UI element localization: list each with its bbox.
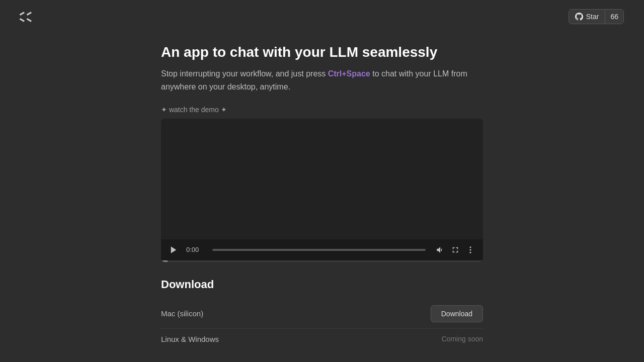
star-label-part: Star: [569, 10, 606, 24]
logo-chevron-left: [20, 11, 25, 23]
fullscreen-icon: [451, 245, 460, 254]
github-star-button[interactable]: Star 66: [569, 9, 624, 24]
video-player: 0:00: [161, 119, 483, 262]
star-text: Star: [586, 13, 599, 21]
star-count: 66: [605, 10, 623, 24]
logo: [20, 11, 36, 23]
download-title: Download: [161, 278, 483, 291]
platform-mac: Mac (silicon): [161, 309, 203, 318]
logo-chevron-right: [27, 11, 32, 23]
video-area: [161, 119, 483, 239]
svg-point-3: [470, 251, 471, 253]
github-icon: [575, 13, 583, 21]
fullscreen-button[interactable]: [449, 243, 462, 256]
svg-marker-0: [171, 246, 177, 253]
logo-icon: [20, 11, 36, 23]
controls-right: [434, 243, 477, 256]
coming-soon-label: Coming soon: [442, 335, 484, 343]
svg-point-1: [470, 246, 471, 248]
svg-point-2: [470, 249, 471, 250]
mute-icon: [436, 245, 445, 254]
demo-label: ✦ watch the demo ✦: [161, 106, 483, 114]
download-row-linux: Linux & Windows Coming soon: [161, 329, 483, 349]
navbar: Star 66: [0, 0, 644, 33]
download-mac-button[interactable]: Download: [431, 305, 483, 322]
download-row-mac: Mac (silicon) Download: [161, 299, 483, 329]
video-controls: 0:00: [161, 239, 483, 260]
time-display: 0:00: [186, 246, 204, 253]
description-before: Stop interrupting your workflow, and jus…: [161, 69, 328, 78]
mute-button[interactable]: [434, 243, 447, 256]
shortcut-key: Ctrl+Space: [328, 69, 370, 78]
hero-description: Stop interrupting your workflow, and jus…: [161, 67, 483, 93]
play-icon: [169, 245, 178, 254]
progress-bar[interactable]: [212, 249, 426, 251]
platform-linux: Linux & Windows: [161, 335, 219, 343]
video-scrubber[interactable]: [161, 260, 483, 262]
more-options-button[interactable]: [464, 243, 477, 256]
hero-title: An app to chat with your LLM seamlessly: [161, 43, 483, 61]
more-options-icon: [466, 245, 475, 254]
main-content: An app to chat with your LLM seamlessly …: [0, 33, 644, 359]
download-section: Download Mac (silicon) Download Linux & …: [161, 278, 483, 349]
play-button[interactable]: [167, 243, 180, 256]
video-scrubber-fill: [161, 260, 168, 262]
